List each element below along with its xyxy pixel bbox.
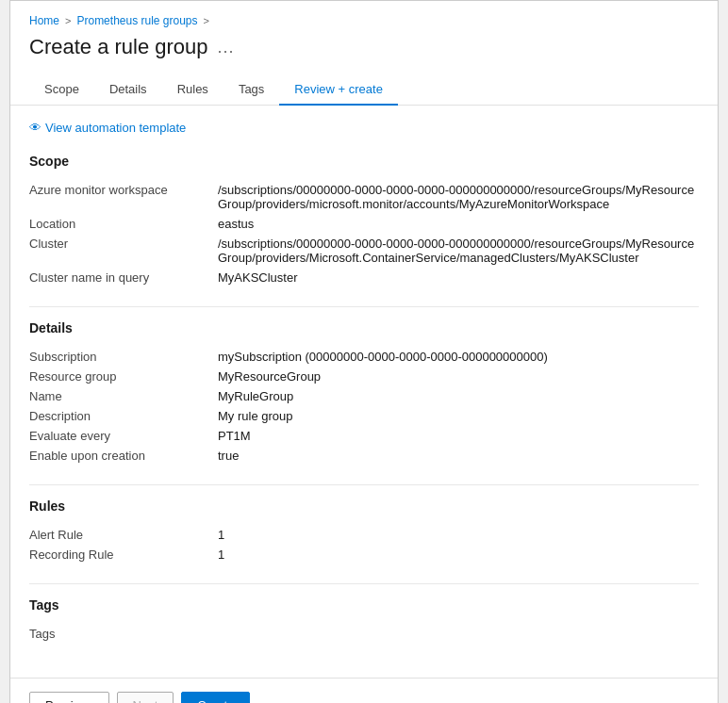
rules-section-title: Rules [29, 499, 699, 514]
eye-icon: 👁 [29, 121, 41, 135]
table-row: Evaluate every PT1M [29, 426, 699, 446]
section-divider [29, 583, 699, 584]
details-fields-table: Subscription mySubscription (00000000-00… [29, 347, 699, 466]
main-window: Home > Prometheus rule groups > Create a… [9, 0, 719, 703]
field-label-tags: Tags [29, 624, 218, 644]
breadcrumb-prometheus[interactable]: Prometheus rule groups [76, 14, 197, 27]
view-automation-template-link[interactable]: 👁 View automation template [29, 121, 699, 135]
table-row: Resource group MyResourceGroup [29, 367, 699, 386]
tab-tags[interactable]: Tags [223, 74, 279, 106]
table-row: Tags [29, 624, 699, 644]
table-row: Location eastus [29, 214, 699, 234]
page-header: Create a rule group ... [10, 31, 718, 74]
table-row: Cluster name in query MyAKSCluster [29, 268, 699, 287]
automation-link-label: View automation template [45, 121, 186, 135]
field-label-subscription: Subscription [29, 347, 218, 367]
field-value-evaluate: PT1M [218, 426, 699, 446]
field-label-cluster: Cluster [29, 234, 218, 268]
tab-details[interactable]: Details [94, 74, 162, 106]
tags-fields-table: Tags [29, 624, 699, 644]
details-section-title: Details [29, 320, 699, 335]
field-value-recording-rule: 1 [218, 545, 699, 564]
previous-button[interactable]: Previous [29, 692, 109, 703]
field-label-enable: Enable upon creation [29, 446, 218, 466]
breadcrumb-sep1: > [65, 15, 71, 26]
scope-section-title: Scope [29, 154, 699, 169]
breadcrumb: Home > Prometheus rule groups > [10, 1, 718, 31]
field-label-cluster-name: Cluster name in query [29, 268, 218, 287]
footer: Previous Next Create [10, 678, 718, 703]
field-value-resource-group: MyResourceGroup [218, 367, 699, 386]
tab-rules[interactable]: Rules [162, 74, 223, 106]
table-row: Enable upon creation true [29, 446, 699, 466]
tab-review-create[interactable]: Review + create [279, 74, 398, 106]
table-row: Recording Rule 1 [29, 545, 699, 564]
breadcrumb-home[interactable]: Home [29, 14, 59, 27]
tab-scope[interactable]: Scope [29, 74, 94, 106]
field-value-description: My rule group [218, 406, 699, 426]
field-value-cluster: /subscriptions/00000000-0000-0000-0000-0… [218, 234, 699, 268]
table-row: Name MyRuleGroup [29, 386, 699, 406]
more-options-icon[interactable]: ... [218, 38, 235, 57]
field-value-workspace: /subscriptions/00000000-0000-0000-0000-0… [218, 180, 699, 214]
section-divider [29, 306, 699, 307]
field-value-name: MyRuleGroup [218, 386, 699, 406]
field-label-recording-rule: Recording Rule [29, 545, 218, 564]
create-button[interactable]: Create [181, 692, 250, 703]
table-row: Cluster /subscriptions/00000000-0000-000… [29, 234, 699, 268]
field-value-location: eastus [218, 214, 699, 234]
field-label-evaluate: Evaluate every [29, 426, 218, 446]
tags-section-title: Tags [29, 597, 699, 613]
table-row: Azure monitor workspace /subscriptions/0… [29, 180, 699, 214]
field-label-location: Location [29, 214, 218, 234]
page-title: Create a rule group [29, 35, 208, 59]
field-label-name: Name [29, 386, 218, 406]
field-value-enable: true [218, 446, 699, 466]
field-value-cluster-name: MyAKSCluster [218, 268, 699, 287]
rules-fields-table: Alert Rule 1 Recording Rule 1 [29, 525, 699, 564]
field-value-tags [218, 624, 699, 644]
field-label-workspace: Azure monitor workspace [29, 180, 218, 214]
next-button[interactable]: Next [117, 692, 174, 703]
content-area: 👁 View automation template Scope Azure m… [10, 106, 718, 678]
table-row: Alert Rule 1 [29, 525, 699, 545]
table-row: Description My rule group [29, 406, 699, 426]
tab-bar: Scope Details Rules Tags Review + create [10, 74, 718, 106]
field-label-description: Description [29, 406, 218, 426]
field-value-alert-rule: 1 [218, 525, 699, 545]
scope-fields-table: Azure monitor workspace /subscriptions/0… [29, 180, 699, 287]
table-row: Subscription mySubscription (00000000-00… [29, 347, 699, 367]
field-label-resource-group: Resource group [29, 367, 218, 386]
field-label-alert-rule: Alert Rule [29, 525, 218, 545]
section-divider [29, 484, 699, 485]
breadcrumb-sep2: > [204, 15, 209, 26]
field-value-subscription: mySubscription (00000000-0000-0000-0000-… [218, 347, 699, 367]
